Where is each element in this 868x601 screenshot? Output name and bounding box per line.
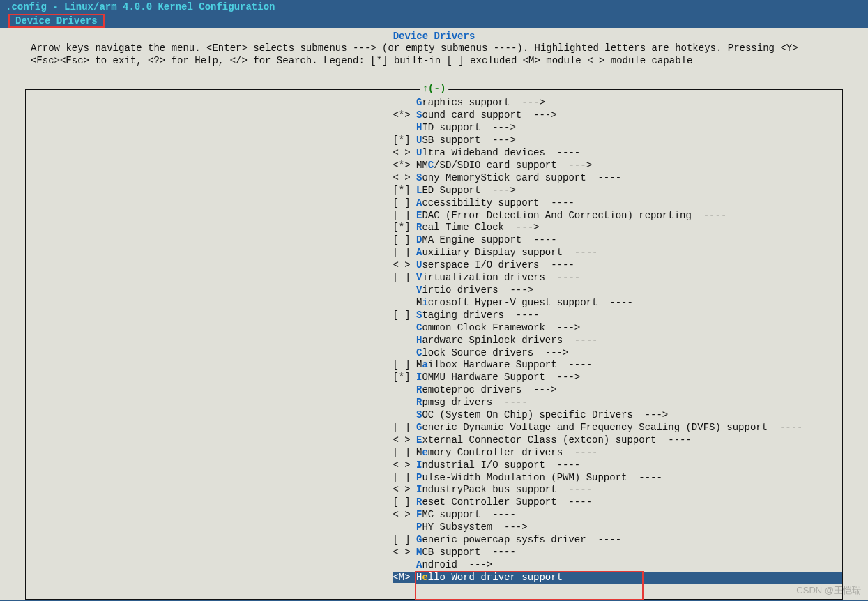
help-line-1: Arrow keys navigate the menu. <Enter> se…: [0, 42, 868, 54]
menu-item-prefix: [ ]: [26, 422, 416, 434]
menu-item[interactable]: Clock Source drivers --->: [26, 347, 842, 360]
menu-item-prefix: [ ]: [26, 310, 416, 322]
menu-item-prefix: [ ]: [26, 359, 416, 372]
menu-item-prefix: [26, 284, 416, 297]
menu-item-prefix: [ ]: [26, 272, 416, 284]
help-line-2: <Esc><Esc> to exit, <?> for Help, </> fo…: [0, 54, 868, 67]
scroll-up-indicator: ↑(-): [420, 83, 449, 94]
menu-item[interactable]: HID support --->: [26, 122, 842, 135]
menu-item[interactable]: Remoteproc drivers --->: [26, 384, 842, 397]
menu-item-label: Accessibility support ----: [416, 197, 842, 210]
menu-item-prefix: [26, 559, 416, 572]
menu-item-prefix: < >: [26, 547, 416, 559]
menu-item[interactable]: < > IndustryPack bus support ----: [26, 484, 842, 496]
menu-item-label: IOMMU Hardware Support --->: [416, 372, 842, 384]
menu-item-prefix: [26, 347, 416, 360]
menu-item-prefix: < >: [26, 434, 416, 447]
menu-item-label: Userspace I/O drivers ----: [416, 259, 842, 272]
menu-item[interactable]: < > MCB support ----: [26, 547, 842, 559]
menu-item-label: Sound card support --->: [416, 109, 842, 122]
menu-item-prefix: [ ]: [26, 496, 416, 509]
menu-item-label: Common Clock Framework --->: [416, 322, 842, 335]
menu-item-label: MMC/SD/SDIO card support --->: [416, 160, 842, 172]
menu-item[interactable]: Microsoft Hyper-V guest support ----: [26, 297, 842, 310]
menu-item-label: Hardware Spinlock drivers ----: [416, 335, 842, 347]
menu-item[interactable]: [ ] Generic Dynamic Voltage and Frequenc…: [26, 422, 842, 434]
menu-item[interactable]: [*] LED Support --->: [26, 185, 842, 197]
menu-item-label: FMC support ----: [416, 509, 842, 522]
menu-list[interactable]: Graphics support ---><*> Sound card supp…: [26, 90, 842, 584]
menu-item-label: IndustryPack bus support ----: [416, 484, 842, 496]
menu-item[interactable]: < > External Connector Class (extcon) su…: [26, 434, 842, 447]
menu-item-label: Android --->: [416, 559, 842, 572]
menu-item-label: Reset Controller Support ----: [416, 496, 842, 509]
menu-item[interactable]: <*> MMC/SD/SDIO card support --->: [26, 160, 842, 172]
menu-item[interactable]: [ ] Pulse-Width Modulation (PWM) Support…: [26, 472, 842, 485]
menu-item[interactable]: [ ] Mailbox Hardware Support ----: [26, 359, 842, 372]
menu-item-label: Ultra Wideband devices ----: [416, 147, 842, 160]
menu-item-prefix: [ ]: [26, 197, 416, 210]
menu-item-prefix: [26, 335, 416, 347]
menu-item-label: MCB support ----: [416, 547, 842, 559]
menu-item[interactable]: PHY Subsystem --->: [26, 522, 842, 534]
menu-item[interactable]: SOC (System On Chip) specific Drivers --…: [26, 409, 842, 422]
menu-item-prefix: [*]: [26, 222, 416, 234]
menu-item[interactable]: < > Ultra Wideband devices ----: [26, 147, 842, 160]
menu-item-prefix: [*]: [26, 372, 416, 384]
hotkey-letter: e: [422, 447, 427, 458]
menu-item-prefix: <*>: [26, 109, 416, 122]
screen-title: Device Drivers: [0, 28, 868, 42]
menu-item[interactable]: [ ] EDAC (Error Detection And Correction…: [26, 210, 842, 222]
menu-item-prefix: < >: [26, 484, 416, 496]
menu-item[interactable]: [ ] Reset Controller Support ----: [26, 496, 842, 509]
menu-item[interactable]: [*] USB support --->: [26, 135, 842, 147]
menu-item[interactable]: < > Industrial I/O support ----: [26, 459, 842, 472]
menu-item[interactable]: Graphics support --->: [26, 97, 842, 109]
menu-item-prefix: [ ]: [26, 447, 416, 459]
menu-item[interactable]: < > FMC support ----: [26, 509, 842, 522]
menu-item-label: Rpmsg drivers ----: [416, 397, 842, 409]
menu-item-label: DMA Engine support ----: [416, 234, 842, 247]
menu-item[interactable]: Android --->: [26, 559, 842, 572]
menu-item-label: LED Support --->: [416, 185, 842, 197]
menu-item[interactable]: < > Userspace I/O drivers ----: [26, 259, 842, 272]
menu-item[interactable]: [ ] Virtualization drivers ----: [26, 272, 842, 284]
menu-item-prefix: [26, 322, 416, 335]
menu-item[interactable]: Rpmsg drivers ----: [26, 397, 842, 409]
menu-item-label: Virtualization drivers ----: [416, 272, 842, 284]
menu-item[interactable]: Virtio drivers --->: [26, 284, 842, 297]
menu-item[interactable]: [ ] Generic powercap sysfs driver ----: [26, 534, 842, 547]
menu-item-label: Pulse-Width Modulation (PWM) Support ---…: [416, 472, 842, 485]
menu-item[interactable]: [ ] Staging drivers ----: [26, 310, 842, 322]
menu-item[interactable]: [*] Real Time Clock --->: [26, 222, 842, 234]
menu-item[interactable]: [ ] Accessibility support ----: [26, 197, 842, 210]
menu-box: ↑(-) Graphics support ---><*> Sound card…: [25, 89, 843, 600]
menu-item[interactable]: <*> Sound card support --->: [26, 109, 842, 122]
menu-item-label: Graphics support --->: [416, 97, 842, 109]
menu-item-label: External Connector Class (extcon) suppor…: [416, 434, 842, 447]
menu-item-label: Clock Source drivers --->: [416, 347, 842, 360]
menu-item-prefix: [26, 409, 416, 422]
menu-item[interactable]: [ ] Auxiliary Display support ----: [26, 247, 842, 259]
menu-item-label: Staging drivers ----: [416, 310, 842, 322]
menu-item-prefix: [ ]: [26, 234, 416, 247]
menu-item-label: Auxiliary Display support ----: [416, 247, 842, 259]
menu-item-prefix: < >: [26, 459, 416, 472]
menu-item[interactable]: [*] IOMMU Hardware Support --->: [26, 372, 842, 384]
menu-item-label: Real Time Clock --->: [416, 222, 842, 234]
menu-item[interactable]: [ ] DMA Engine support ----: [26, 234, 842, 247]
breadcrumb: Device Drivers: [8, 14, 105, 28]
menu-item[interactable]: Common Clock Framework --->: [26, 322, 842, 335]
menu-item[interactable]: < > Sony MemoryStick card support ----: [26, 172, 842, 185]
menu-item-label: EDAC (Error Detection And Correction) re…: [416, 210, 842, 222]
menu-item-label: Virtio drivers --->: [416, 284, 842, 297]
window-title: .config - Linux/arm 4.0.0 Kernel Configu…: [0, 0, 868, 14]
menu-item[interactable]: Hardware Spinlock drivers ----: [26, 335, 842, 347]
menu-item-label: Generic Dynamic Voltage and Frequency Sc…: [416, 422, 842, 434]
annotation-box: [415, 571, 644, 600]
menu-item[interactable]: [ ] Memory Controller drivers ----: [26, 447, 842, 459]
menu-item-label: Remoteproc drivers --->: [416, 384, 842, 397]
menu-item-prefix: [ ]: [26, 534, 416, 547]
menu-item-label: SOC (System On Chip) specific Drivers --…: [416, 409, 842, 422]
main-panel: Device Drivers Arrow keys navigate the m…: [0, 28, 868, 600]
